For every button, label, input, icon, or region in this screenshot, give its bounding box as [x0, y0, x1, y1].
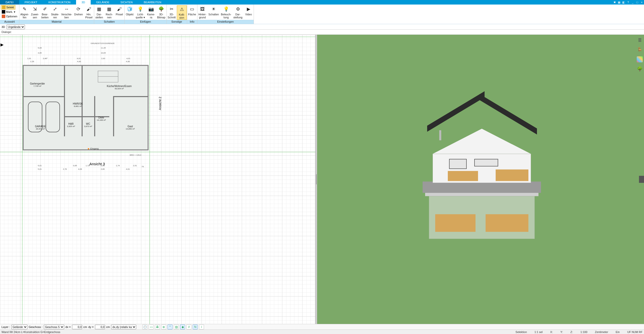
ribbon-group-info: ▭Fläche Info: [187, 5, 197, 24]
furniture-icon[interactable]: 🪑: [637, 47, 643, 53]
help-icon[interactable]: ?: [626, 0, 630, 5]
coord-mode-select[interactable]: dx,dy (relativ ka: [111, 325, 136, 329]
status-z: Z:: [570, 330, 573, 333]
ribbon-button[interactable]: 💡Beleuch-tung: [220, 5, 232, 19]
room-label: Gast13,850 m²: [126, 125, 135, 130]
tool-icon: ↔: [63, 6, 70, 13]
ribbon-button[interactable]: ⤢Skalie-ren: [50, 5, 60, 19]
tool-icon: ✎: [21, 6, 28, 13]
menu-tab-projekt[interactable]: PROJEKT: [19, 0, 43, 5]
tool-icon: 📷: [148, 6, 155, 13]
house-model: [415, 106, 546, 247]
ribbon-button[interactable]: ✂3D-Schnitt: [167, 5, 177, 19]
dy-input[interactable]: [95, 325, 105, 329]
info-icon[interactable]: i: [199, 324, 204, 329]
tool-icon: ⇲: [31, 6, 39, 13]
panel-handle-icon[interactable]: [639, 176, 644, 183]
room-label: Diele14,168 m²: [97, 116, 106, 121]
3d-view[interactable]: ≣ 🪑 🌳: [317, 35, 644, 324]
snap-toggle[interactable]: ⌃: [167, 324, 173, 329]
screenshot-icon[interactable]: ▭: [149, 324, 154, 329]
ribbon-button[interactable]: ▦Dar-stellen: [94, 5, 104, 19]
ribbon-button[interactable]: ▭Fläche: [187, 5, 197, 17]
tool-icon: ⚙: [234, 6, 242, 13]
print-icon[interactable]: 🖶: [155, 324, 160, 329]
hash-toggle[interactable]: #: [186, 324, 191, 329]
menu-tab-konstruktion[interactable]: KONSTRUKTION: [43, 0, 76, 5]
grid-toggle[interactable]: ▨: [174, 324, 179, 329]
room-label: Gartengeräte7,735 m²: [30, 82, 45, 87]
ribbon-button[interactable]: ⇲Zuwei-sen: [30, 5, 40, 19]
tool-icon[interactable]: ▦: [617, 0, 621, 5]
ribbon-group-einstellungen: 🖼Hinter-grund☀Schatten💡Beleuch-tung⚙Dar-…: [197, 5, 254, 24]
tool-icon[interactable]: ✖: [612, 0, 617, 5]
ribbon-button[interactable]: 💡Licht-quelle ▾: [135, 5, 146, 19]
minimize-icon[interactable]: _: [630, 0, 635, 5]
menu-tab-datei[interactable]: DATEI: [0, 0, 19, 5]
layer-select[interactable]: Gelände: [11, 325, 27, 329]
status-on: Ein: [616, 330, 620, 333]
ribbon-button[interactable]: 🌳3D-Bitmap: [156, 5, 166, 19]
floor-plan[interactable]: Gartengeräte7,735 m²GARAGE26,931 m²HWR/S…: [23, 65, 149, 150]
maximize-icon[interactable]: □: [635, 0, 639, 5]
ribbon-button[interactable]: 🖼Hinter-grund: [197, 5, 208, 19]
layers-icon[interactable]: ≣: [637, 37, 643, 43]
ribbon-button[interactable]: ✐Bear-beiten: [40, 5, 50, 19]
select-button[interactable]: Selekt: [1, 5, 15, 10]
ribbon-button[interactable]: 🖌Hin.Pinsel: [84, 5, 94, 19]
ribbon-group-sonstige: ✂3D-Schnitt⚠Kolli-sion Sonstige: [167, 5, 187, 24]
main-menu-bar: DATEI PROJEKT KONSTRUKTION 3D GELÄNDE SI…: [0, 0, 644, 5]
tool-icon: ⟳: [75, 6, 82, 13]
tool-icon: ▶: [245, 6, 252, 13]
tool-icon: ▦: [106, 6, 113, 13]
status-unit: Zentimeter: [595, 330, 608, 333]
expand-handle-icon[interactable]: ▶: [1, 42, 4, 47]
status-y: Y:: [560, 330, 563, 333]
ribbon-group-title: Info: [187, 20, 197, 24]
ribbon-group-title: Einfügen: [125, 20, 166, 24]
ribbon-button[interactable]: 🖌Pinsel: [114, 5, 124, 17]
plane-toggle[interactable]: ◆: [180, 324, 185, 329]
ribbon-button[interactable]: ☀Schatten: [208, 5, 220, 17]
ribbon-button[interactable]: ⟳Drehen: [73, 5, 84, 17]
tool-icon: ⤢: [52, 6, 59, 13]
ribbon-group-auswahl: Selekt Mark. ▾ Optionen Auswahl: [0, 5, 19, 24]
tool-icon[interactable]: ◧: [621, 0, 626, 5]
guide-line: [22, 35, 22, 324]
ribbon-button[interactable]: ▦Rech-nen: [104, 5, 114, 19]
n-toggle[interactable]: N: [193, 324, 198, 329]
tool-icon: 💡: [137, 6, 144, 13]
ribbon-button[interactable]: ⚠Kolli-sion: [177, 5, 187, 20]
menu-tab-gelaende[interactable]: GELÄNDE: [91, 0, 115, 5]
layers-icon[interactable]: ≣: [161, 324, 166, 329]
ribbon-button[interactable]: ↔Verschie-ben: [60, 5, 73, 19]
history-icon[interactable]: 🕘: [142, 324, 147, 329]
furniture-icon: [97, 68, 119, 86]
2d-plan-view[interactable]: ▶ GRUNDSTÜCKSGRENZE 5,09 11,45 4,85 10,6…: [0, 35, 316, 324]
ribbon-button[interactable]: ⚙Dar-stellung: [232, 5, 244, 19]
mark-icon: [2, 10, 5, 14]
menu-tab-3d[interactable]: 3D: [76, 0, 91, 5]
ribbon-button[interactable]: 🧊Objekt: [125, 5, 135, 17]
status-scale: 1:100: [580, 330, 587, 333]
floor-select[interactable]: Geschoss 5: [44, 325, 64, 329]
dx-input[interactable]: [72, 325, 82, 329]
tree-icon[interactable]: 🌳: [637, 66, 643, 72]
tool-icon: 🖌: [116, 6, 123, 13]
context-bar: 3D Urgelände: [0, 24, 644, 30]
mark-button[interactable]: Mark. ▾: [1, 10, 16, 14]
ribbon-group-material: ✎Abgrei-fen⇲Zuwei-sen✐Bear-beiten⤢Skalie…: [19, 5, 94, 24]
options-button[interactable]: Optionen: [1, 14, 18, 19]
menu-tab-sichten[interactable]: SICHTEN: [115, 0, 138, 5]
palette-icon[interactable]: [637, 56, 643, 62]
menu-tab-bearbeiten[interactable]: BEARBEITEN: [138, 0, 167, 5]
ribbon-button[interactable]: ✎Abgrei-fen: [19, 5, 30, 19]
close-icon[interactable]: ×: [639, 0, 644, 5]
bottom-control-bar: Layer : Gelände Geschoss : Geschoss 5 dx…: [0, 324, 644, 329]
ribbon-button[interactable]: ▶Video: [244, 5, 254, 17]
ribbon-button[interactable]: 📷Kame-ra: [146, 5, 156, 19]
tool-icon: ✐: [42, 6, 49, 13]
layer-select[interactable]: Urgelände: [7, 25, 25, 29]
unit-label: cm: [106, 325, 110, 328]
tool-icon: ✂: [168, 6, 175, 13]
